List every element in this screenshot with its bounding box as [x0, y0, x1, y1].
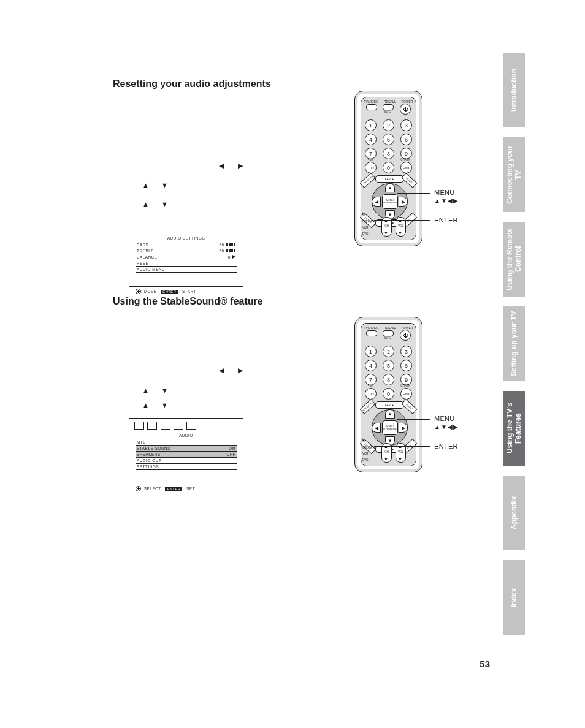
osd-audio-menu: AUDIO MTS STABLE SOUNDON SPEAKERSOFF AUD…	[129, 418, 243, 485]
arrow-down-icon: ▼	[161, 181, 168, 189]
step-2-ss-text: 2. Press or to highlight STABLE SOUND.	[113, 387, 258, 396]
top-menu-btn: TOP MENU	[360, 173, 376, 188]
table-row: SPEAKERSOFF	[136, 452, 237, 458]
num-100: 100	[365, 162, 377, 173]
tab-index: Index	[503, 560, 525, 635]
menu-icon	[147, 422, 157, 430]
power-button: ⏻	[400, 104, 411, 115]
dpad-left: ◀	[372, 197, 381, 207]
table-row: BASS50	[136, 242, 237, 248]
dpad-up: ▲	[385, 183, 395, 192]
table-row: RESET	[136, 260, 237, 267]
tab-connecting: Connecting your TV	[503, 137, 525, 212]
callout-arrows: ▲▼◀▶	[434, 423, 459, 430]
osd1-footer: : MOVE ENTER: START	[129, 275, 243, 298]
dpad-icon	[136, 289, 141, 294]
chrtn-label: CHRTN	[400, 384, 410, 387]
arrow-right-icon: ▶	[238, 366, 243, 374]
arrow-left-icon: ◀	[219, 162, 224, 170]
arrow-up-icon: ▲	[142, 200, 149, 208]
step-1-text: 1. Press MENU, and then press or until t…	[113, 155, 347, 164]
num-8: 8	[383, 374, 394, 385]
menu-icon	[161, 422, 170, 430]
mode-labels: ▸TV CBL/SAT VCR DVD	[362, 438, 373, 463]
info-label: INFO	[384, 336, 391, 339]
osd-audio-settings: AUDIO SETTINGS BASS50 TREBLE50 BALANCE0 …	[129, 232, 243, 287]
arrow-up-icon: ▲	[142, 401, 149, 409]
num-1: 1	[365, 119, 377, 131]
arrow-left-icon: ◀	[219, 366, 224, 374]
dpad-left: ◀	[372, 423, 381, 433]
num-4: 4	[365, 134, 377, 145]
callout-menu: MENU	[434, 189, 455, 196]
remote-top-labels: TV/VIDEORECALLPOWER	[361, 326, 416, 330]
remote-top-labels: TV/VIDEORECALLPOWER	[361, 100, 416, 104]
tab-setting-up: Setting up your TV	[503, 306, 525, 381]
num-0: 0	[383, 162, 394, 173]
num-1: 1	[365, 346, 377, 357]
num-2: 2	[383, 346, 394, 357]
callout-arrows: ▲▼◀▶	[434, 197, 459, 204]
menu-icon	[174, 422, 183, 430]
top-menu-btn: TOP MENU	[360, 399, 376, 414]
table-row: MTS	[136, 439, 237, 446]
step-1-ss: 1. Press MENU, and then press or until t…	[113, 359, 352, 371]
osd2-title: AUDIO	[129, 430, 243, 439]
table-row: SETTINGS	[136, 464, 237, 470]
menu-icon	[186, 422, 196, 430]
number-pad: 1 2 3 4 5 6 7 8 9 100 0 ENT	[361, 118, 416, 175]
callout-enter: ENTER	[434, 216, 458, 224]
text-stablesound-intro: The StableSound® feature limits the high…	[113, 310, 340, 364]
plus10-label: +10	[368, 158, 373, 161]
fav-up: FAV ▲	[375, 401, 404, 409]
number-pad: 1 2 3 4 5 6 7 8 9 100 0 ENT	[361, 344, 416, 401]
leader-menu	[397, 419, 430, 420]
chapter-tabs: Introduction Connecting your TV Using th…	[503, 53, 525, 645]
heading-stablesound: Using the StableSound® feature	[113, 296, 263, 307]
num-3: 3	[400, 346, 412, 357]
callout-menu: MENU	[434, 415, 455, 422]
remote-body: TV/VIDEORECALLPOWER INFO ⏻ 1 2 3 4 5 6 7…	[354, 317, 422, 472]
num-ent: ENT	[400, 388, 412, 400]
page-number: 53	[480, 659, 490, 669]
osd2-iconrow	[129, 419, 243, 430]
leader-menu	[397, 193, 430, 194]
recall-button	[383, 104, 394, 110]
callout-enter: ENTER	[434, 442, 458, 450]
arrow-right-icon: ▶	[238, 162, 243, 170]
tab-appendix: Appendix	[503, 476, 525, 550]
info-label: INFO	[384, 110, 391, 113]
num-6: 6	[400, 134, 412, 145]
text-factory-defaults: Bass . . . . . . . . . center (50) Trebl…	[123, 116, 337, 149]
osd2-table: MTS STABLE SOUNDON SPEAKERSOFF AUDIO OUT…	[136, 439, 237, 470]
manual-page: Introduction Connecting your TV Using th…	[0, 0, 585, 728]
arrow-up-icon: ▲	[142, 181, 149, 189]
text-reset-intro: The RESET function returns your audio ad…	[113, 93, 340, 115]
chrtn-label: CHRTN	[400, 158, 410, 161]
num-5: 5	[383, 360, 394, 371]
menu-button: MENUDVD MENU	[382, 194, 398, 209]
arrow-down-icon: ▼	[161, 200, 168, 208]
step-1-ss-text: 1. Press MENU, and then press or until t…	[113, 360, 347, 369]
table-row: BALANCE0	[136, 254, 237, 260]
tvvideo-button	[366, 330, 377, 336]
dpad-up: ▲	[385, 409, 395, 419]
dpad-right: ▶	[399, 423, 408, 433]
text-turnoff-ss: To turn off the StableSound feature, hig…	[113, 493, 340, 514]
num-2: 2	[383, 119, 394, 131]
tvvideo-button	[366, 104, 377, 110]
tab-using-features: Using the TV's Features	[503, 391, 525, 466]
tab-introduction: Introduction	[503, 53, 525, 127]
leader-enter	[374, 220, 430, 221]
remote-body: TV/VIDEORECALLPOWER INFO ⏻ 1 2 3 4 5 6 7…	[354, 91, 422, 246]
enter-label-icon: ENTER	[165, 487, 182, 491]
num-3: 3	[400, 119, 412, 131]
num-8: 8	[383, 148, 394, 159]
osd1-table: BASS50 TREBLE50 BALANCE0 RESET AUDIO MEN…	[136, 242, 237, 273]
remote-illustration-2: TV/VIDEORECALLPOWER INFO ⏻ 1 2 3 4 5 6 7…	[354, 317, 422, 472]
recall-button	[383, 330, 394, 336]
num-0: 0	[383, 388, 394, 400]
arrow-up-icon: ▲	[142, 387, 149, 394]
num-4: 4	[365, 360, 377, 371]
dpad-right: ▶	[399, 197, 408, 207]
